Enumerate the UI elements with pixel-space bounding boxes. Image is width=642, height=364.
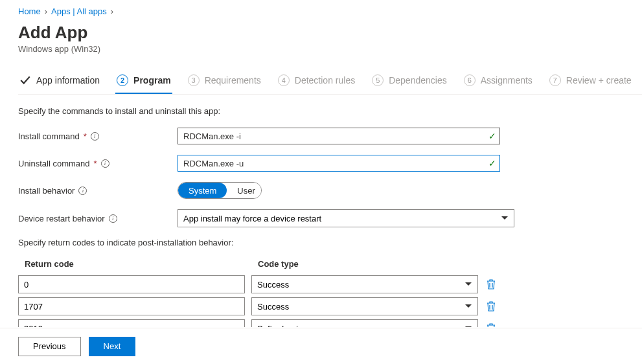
- restart-behavior-select[interactable]: App install may force a device restart: [178, 209, 514, 227]
- tab-label: Review + create: [566, 75, 632, 85]
- tab-detection-rules[interactable]: 4 Detection rules: [277, 71, 356, 94]
- tab-review-create[interactable]: 7 Review + create: [548, 71, 633, 94]
- install-behavior-toggle: System User: [178, 182, 262, 199]
- label-restart-behavior: Device restart behavior i: [18, 214, 178, 223]
- delete-row-button[interactable]: [485, 299, 498, 313]
- step-number-icon: 7: [549, 74, 561, 86]
- breadcrumb-home[interactable]: Home: [18, 6, 41, 16]
- tab-assignments[interactable]: 6 Assignments: [463, 71, 534, 94]
- info-icon[interactable]: i: [101, 159, 109, 168]
- tab-label: Dependencies: [389, 75, 447, 85]
- section-returncodes-text: Specify return codes to indicate post-in…: [18, 238, 642, 247]
- info-icon[interactable]: i: [109, 214, 117, 223]
- tab-program[interactable]: 2 Program: [115, 71, 172, 94]
- column-return-code: Return code: [25, 259, 258, 269]
- table-row: Success: [18, 275, 642, 293]
- trash-icon: [487, 323, 496, 327]
- step-number-icon: 3: [188, 74, 200, 86]
- label-uninstall-command: Uninstall command* i: [18, 159, 178, 168]
- column-code-type: Code type: [258, 259, 485, 269]
- section-install-text: Specify the commands to install and unin…: [18, 106, 642, 116]
- tab-label: Assignments: [481, 75, 533, 85]
- step-number-icon: 4: [278, 74, 290, 86]
- previous-button[interactable]: Previous: [18, 337, 81, 356]
- trash-icon: [487, 279, 496, 290]
- breadcrumb-apps[interactable]: Apps | All apps: [51, 6, 107, 16]
- delete-row-button[interactable]: [485, 321, 498, 327]
- code-type-select[interactable]: Soft reboot: [251, 319, 478, 327]
- info-icon[interactable]: i: [78, 187, 87, 195]
- breadcrumb: Home › Apps | All apps ›: [18, 6, 642, 16]
- tab-app-information[interactable]: App information: [18, 71, 101, 94]
- next-button[interactable]: Next: [89, 337, 136, 356]
- tab-label: App information: [36, 75, 100, 85]
- trash-icon: [487, 301, 496, 312]
- checkmark-icon: [19, 74, 31, 86]
- breadcrumb-sep-icon: ›: [111, 6, 113, 16]
- label-install-command: Install command* i: [18, 131, 178, 141]
- page-title: Add App: [18, 23, 642, 43]
- label-install-behavior: Install behavior i: [18, 186, 178, 196]
- wizard-tabs: App information 2 Program 3 Requirements…: [18, 71, 642, 95]
- page-subtitle: Windows app (Win32): [18, 44, 642, 54]
- table-row: Success: [18, 297, 642, 315]
- uninstall-command-input[interactable]: [178, 155, 500, 172]
- info-icon[interactable]: i: [91, 132, 99, 141]
- step-number-icon: 2: [117, 74, 128, 86]
- tab-label: Requirements: [205, 75, 261, 85]
- tab-label: Program: [133, 75, 171, 85]
- code-type-select[interactable]: Success: [251, 297, 478, 315]
- code-type-select[interactable]: Success: [251, 275, 478, 293]
- tab-label: Detection rules: [295, 75, 355, 85]
- toggle-system[interactable]: System: [178, 183, 227, 198]
- return-code-input[interactable]: [18, 297, 245, 315]
- delete-row-button[interactable]: [485, 277, 498, 291]
- step-number-icon: 5: [372, 74, 384, 86]
- footer-bar: Previous Next: [0, 328, 642, 364]
- tab-dependencies[interactable]: 5 Dependencies: [371, 71, 448, 94]
- table-row: Soft reboot: [18, 319, 642, 327]
- checkmark-icon: ✓: [488, 131, 496, 141]
- return-code-input[interactable]: [18, 319, 245, 327]
- tab-requirements[interactable]: 3 Requirements: [187, 71, 262, 94]
- checkmark-icon: ✓: [488, 158, 496, 168]
- return-code-input[interactable]: [18, 275, 245, 293]
- toggle-user[interactable]: User: [227, 183, 262, 198]
- breadcrumb-sep-icon: ›: [45, 6, 47, 16]
- step-number-icon: 6: [464, 74, 476, 86]
- install-command-input[interactable]: [178, 128, 500, 144]
